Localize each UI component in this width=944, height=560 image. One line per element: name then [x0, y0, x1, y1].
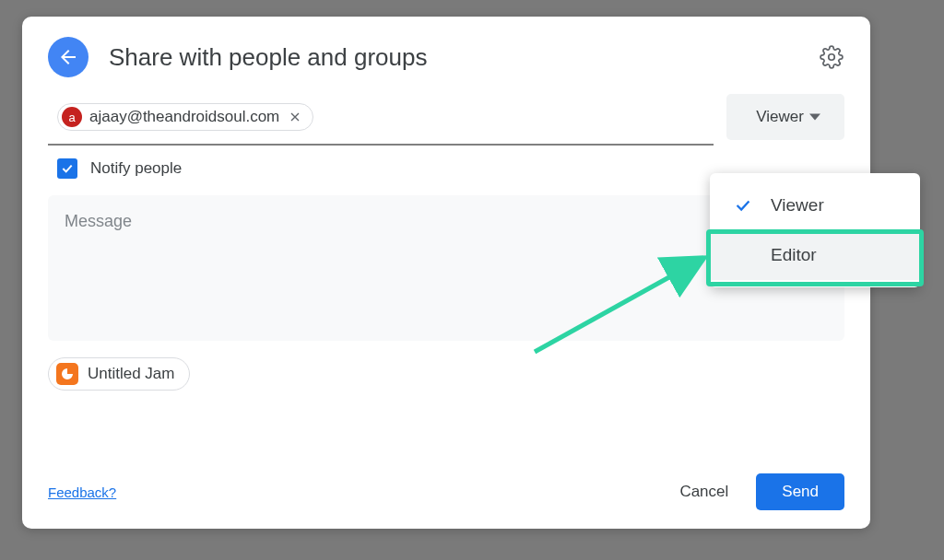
close-icon [288, 110, 302, 124]
check-icon [60, 161, 75, 176]
recipient-chip[interactable]: a ajaay@theandroidsoul.com [57, 103, 313, 131]
selected-check-icon [732, 195, 754, 216]
back-arrow-icon [57, 46, 79, 68]
role-option-editor[interactable]: Editor [710, 230, 920, 280]
role-option-label: Editor [771, 245, 817, 265]
role-label: Viewer [756, 108, 804, 126]
cancel-button[interactable]: Cancel [661, 473, 747, 510]
caret-down-icon [809, 111, 820, 122]
back-button[interactable] [48, 37, 88, 77]
jamboard-icon [56, 363, 78, 385]
recipient-avatar: a [62, 107, 82, 127]
dialog-title: Share with people and groups [109, 43, 819, 72]
attachment-name: Untitled Jam [88, 365, 174, 383]
gear-icon [820, 45, 844, 69]
recipient-row: a ajaay@theandroidsoul.com Viewer [48, 94, 844, 146]
svg-point-0 [829, 54, 835, 61]
notify-label: Notify people [90, 159, 182, 178]
feedback-link[interactable]: Feedback? [48, 484, 116, 500]
attachment-row: Untitled Jam [48, 357, 844, 391]
role-option-viewer[interactable]: Viewer [710, 181, 920, 230]
message-placeholder: Message [65, 212, 132, 230]
recipient-input-area[interactable]: a ajaay@theandroidsoul.com [48, 94, 714, 146]
notify-checkbox[interactable] [57, 158, 77, 179]
remove-recipient-button[interactable] [287, 109, 303, 125]
attachment-chip[interactable]: Untitled Jam [48, 357, 190, 391]
dialog-footer: Feedback? Cancel Send [48, 473, 844, 510]
dialog-header: Share with people and groups [48, 37, 844, 77]
settings-button[interactable] [819, 44, 844, 70]
role-option-label: Viewer [771, 195, 824, 216]
role-dropdown-button[interactable]: Viewer [726, 94, 844, 140]
role-dropdown-menu: Viewer Editor [710, 173, 920, 287]
send-button[interactable]: Send [756, 473, 844, 510]
recipient-email: ajaay@theandroidsoul.com [89, 108, 279, 126]
